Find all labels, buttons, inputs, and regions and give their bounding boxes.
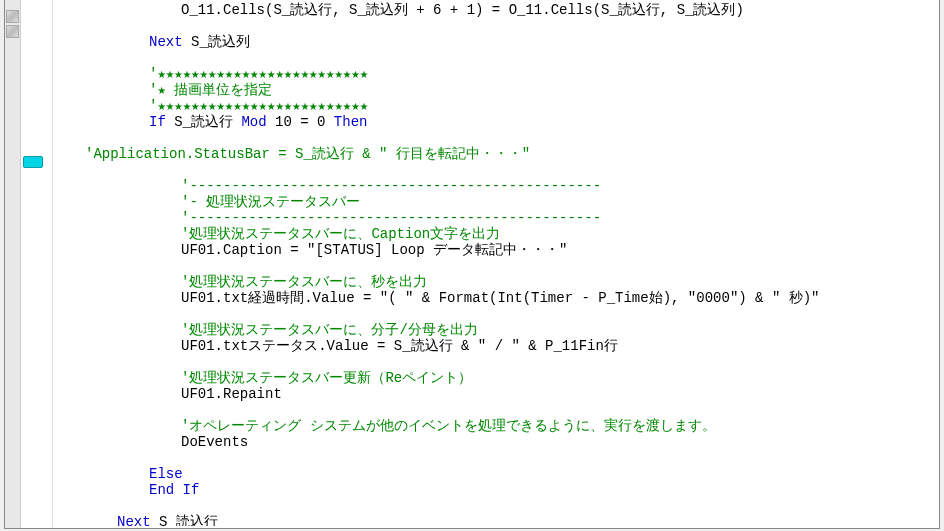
code-token: UF01.Repaint [181, 386, 282, 402]
code-line[interactable]: Else [53, 466, 937, 482]
code-line[interactable]: '---------------------------------------… [53, 210, 937, 226]
code-line[interactable]: UF01.txt経過時間.Value = "( " & Format(Int(T… [53, 290, 937, 306]
code-token: 'Application.StatusBar = S_読込行 & " 行目を転記… [85, 146, 530, 162]
code-line[interactable]: DoEvents [53, 434, 937, 450]
code-line[interactable]: O_11.Cells(S_読込行, S_読込列 + 6 + 1) = O_11.… [53, 2, 937, 18]
code-token: UF01.Caption = "[STATUS] Loop データ転記中・・・" [181, 242, 567, 258]
code-token: 'オペレーティング システムが他のイベントを処理できるように、実行を渡します。 [181, 418, 716, 434]
code-token: '処理状況ステータスバーに、秒を出力 [181, 274, 427, 290]
code-line[interactable]: End If [53, 482, 937, 498]
code-line[interactable] [53, 18, 937, 34]
code-token: '処理状況ステータスバーに、Caption文字を出力 [181, 226, 500, 242]
code-line[interactable]: '- 処理状況ステータスバー [53, 194, 937, 210]
code-line[interactable]: If S_読込行 Mod 10 = 0 Then [53, 114, 937, 130]
code-token: Next [149, 34, 183, 50]
strip-icon [6, 10, 19, 23]
code-token: 10 = 0 [267, 114, 334, 130]
code-token: Mod [241, 114, 266, 130]
code-token: S_読込行 [151, 514, 218, 526]
code-line[interactable] [53, 450, 937, 466]
code-token: '---------------------------------------… [181, 178, 601, 194]
code-token: '- 処理状況ステータスバー [181, 194, 360, 210]
code-line[interactable] [53, 162, 937, 178]
code-line[interactable] [53, 498, 937, 514]
code-token: O_11.Cells(S_読込行, S_読込列 + 6 + 1) = O_11.… [181, 2, 744, 18]
code-token: S_読込列 [183, 34, 250, 50]
editor-window: O_11.Cells(S_読込行, S_読込列 + 6 + 1) = O_11.… [4, 0, 940, 529]
code-token: '★★★★★★★★★★★★★★★★★★★★★★★★★ [149, 66, 368, 82]
code-token: End If [149, 482, 199, 498]
code-line[interactable]: UF01.Repaint [53, 386, 937, 402]
code-line[interactable] [53, 258, 937, 274]
code-line[interactable]: UF01.txtステータス.Value = S_読込行 & " / " & P_… [53, 338, 937, 354]
code-line[interactable]: '★ 描画単位を指定 [53, 82, 937, 98]
strip-icon [6, 25, 19, 38]
code-line[interactable] [53, 354, 937, 370]
code-line[interactable]: 'オペレーティング システムが他のイベントを処理できるように、実行を渡します。 [53, 418, 937, 434]
code-line[interactable]: '処理状況ステータスバーに、Caption文字を出力 [53, 226, 937, 242]
code-token: '★ 描画単位を指定 [149, 82, 272, 98]
scrollbar-icons [6, 10, 20, 40]
code-line[interactable]: '★★★★★★★★★★★★★★★★★★★★★★★★★ [53, 98, 937, 114]
code-line[interactable]: UF01.Caption = "[STATUS] Loop データ転記中・・・" [53, 242, 937, 258]
code-token: '処理状況ステータスバーに、分子/分母を出力 [181, 322, 478, 338]
breakpoint-marker[interactable] [23, 156, 43, 168]
code-token: UF01.txtステータス.Value = S_読込行 & " / " & P_… [181, 338, 618, 354]
code-line[interactable]: '処理状況ステータスバーに、分子/分母を出力 [53, 322, 937, 338]
code-token: DoEvents [181, 434, 248, 450]
code-line[interactable]: 'Application.StatusBar = S_読込行 & " 行目を転記… [53, 146, 937, 162]
code-token: '処理状況ステータスバー更新（Reペイント） [181, 370, 472, 386]
code-token: S_読込行 [166, 114, 242, 130]
code-line[interactable]: Next S_読込列 [53, 34, 937, 50]
code-line[interactable]: '★★★★★★★★★★★★★★★★★★★★★★★★★ [53, 66, 937, 82]
code-token: If [149, 114, 166, 130]
code-token: '★★★★★★★★★★★★★★★★★★★★★★★★★ [149, 98, 368, 114]
code-token: Else [149, 466, 183, 482]
code-token: UF01.txt経過時間.Value = "( " & Format(Int(T… [181, 290, 820, 306]
code-line[interactable] [53, 306, 937, 322]
code-line[interactable] [53, 402, 937, 418]
gutter [21, 0, 53, 528]
code-line[interactable] [53, 130, 937, 146]
code-token: Next [117, 514, 151, 526]
code-editor[interactable]: O_11.Cells(S_読込行, S_読込列 + 6 + 1) = O_11.… [53, 2, 937, 526]
code-token: Then [334, 114, 368, 130]
code-line[interactable]: '処理状況ステータスバーに、秒を出力 [53, 274, 937, 290]
code-line[interactable]: '処理状況ステータスバー更新（Reペイント） [53, 370, 937, 386]
code-line[interactable]: Next S_読込行 [53, 514, 937, 526]
code-line[interactable] [53, 50, 937, 66]
code-line[interactable]: '---------------------------------------… [53, 178, 937, 194]
code-token: '---------------------------------------… [181, 210, 601, 226]
left-strip [5, 0, 21, 528]
